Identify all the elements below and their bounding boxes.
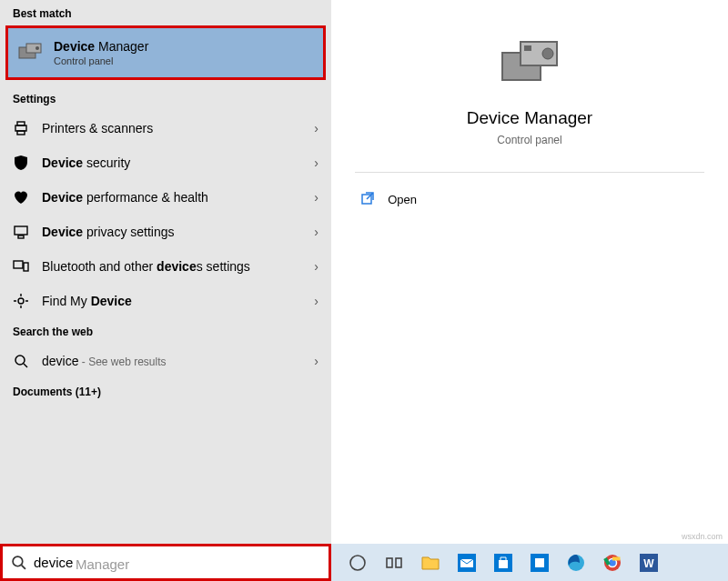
section-best-match: Best match — [0, 0, 331, 25]
chevron-right-icon: › — [314, 190, 318, 205]
settings-item-device-security[interactable]: Device security › — [0, 145, 331, 180]
privacy-icon — [13, 224, 29, 240]
taskbar-row: Manager W — [0, 544, 728, 581]
web-result-item[interactable]: device - See web results › — [0, 344, 331, 378]
section-settings: Settings — [0, 85, 331, 111]
svg-point-11 — [15, 356, 25, 365]
chevron-right-icon: › — [314, 225, 318, 239]
svg-text:W: W — [643, 557, 654, 570]
mail-icon[interactable] — [457, 553, 477, 573]
svg-rect-4 — [17, 122, 25, 125]
open-label: Open — [388, 193, 417, 206]
svg-rect-9 — [24, 263, 28, 271]
settings-item-device-privacy[interactable]: Device privacy settings › — [0, 215, 331, 249]
section-documents: Documents (11+) — [0, 378, 331, 404]
open-icon — [360, 191, 375, 208]
preview-subtitle: Control panel — [497, 134, 561, 146]
result-label: Device performance & health — [42, 190, 301, 205]
settings-item-find-my-device[interactable]: Find My Device › — [0, 284, 331, 318]
svg-point-18 — [350, 556, 365, 570]
shield-icon — [13, 155, 29, 171]
printer-icon — [13, 120, 29, 136]
svg-point-17 — [13, 556, 23, 566]
open-action[interactable]: Open — [355, 182, 704, 217]
best-match-highlight: Device Manager Control panel — [5, 25, 326, 80]
svg-rect-15 — [524, 45, 531, 51]
heart-icon — [13, 189, 29, 205]
devices-icon — [13, 258, 29, 275]
svg-point-14 — [542, 48, 553, 59]
chevron-right-icon: › — [314, 155, 318, 170]
result-label: Device privacy settings — [42, 225, 301, 239]
search-input[interactable] — [34, 555, 329, 570]
result-label: Bluetooth and other devices settings — [42, 259, 301, 274]
result-label: Find My Device — [42, 294, 301, 308]
svg-point-2 — [35, 46, 39, 50]
edge-icon[interactable] — [566, 553, 586, 573]
svg-rect-7 — [18, 235, 24, 238]
svg-point-10 — [18, 298, 24, 304]
best-match-title: Device Manager — [54, 39, 148, 54]
chevron-right-icon: › — [314, 259, 318, 274]
file-explorer-icon[interactable] — [420, 553, 440, 573]
location-icon — [13, 293, 29, 309]
svg-rect-24 — [535, 558, 544, 567]
settings-item-bluetooth[interactable]: Bluetooth and other devices settings › — [0, 249, 331, 284]
svg-rect-20 — [396, 558, 401, 567]
settings-item-device-performance[interactable]: Device performance & health › — [0, 180, 331, 215]
preview-panel: Device Manager Control panel Open — [331, 0, 728, 544]
section-search-web: Search the web — [0, 318, 331, 344]
result-label: Printers & scanners — [42, 121, 301, 135]
svg-rect-3 — [15, 125, 26, 131]
best-match-subtitle: Control panel — [54, 55, 148, 66]
best-match-item[interactable]: Device Manager Control panel — [8, 28, 323, 77]
svg-rect-8 — [14, 261, 23, 268]
search-box-container[interactable]: Manager — [0, 544, 331, 581]
preview-title: Device Manager — [467, 108, 592, 128]
chevron-right-icon: › — [314, 121, 318, 135]
search-results-panel: Best match Device Manager Control panel … — [0, 0, 331, 544]
chevron-right-icon: › — [314, 294, 318, 308]
search-icon — [13, 353, 29, 369]
result-label: device - See web results — [42, 354, 301, 368]
svg-rect-6 — [15, 226, 27, 235]
cortana-icon[interactable] — [348, 553, 368, 573]
svg-rect-19 — [387, 558, 392, 567]
device-manager-hero-icon — [493, 32, 566, 95]
task-view-icon[interactable] — [384, 553, 404, 573]
svg-rect-5 — [17, 131, 25, 135]
taskbar: W — [331, 544, 728, 581]
watermark: wsxdn.com — [682, 532, 723, 541]
device-manager-icon — [17, 40, 43, 65]
chrome-icon[interactable] — [602, 553, 622, 573]
chevron-right-icon: › — [314, 354, 318, 368]
word-icon[interactable]: W — [639, 553, 659, 573]
settings-item-printers[interactable]: Printers & scanners › — [0, 111, 331, 145]
app-icon[interactable] — [530, 553, 550, 573]
store-icon[interactable] — [493, 553, 513, 573]
search-icon — [3, 555, 34, 570]
result-label: Device security — [42, 155, 301, 170]
divider — [355, 172, 704, 173]
